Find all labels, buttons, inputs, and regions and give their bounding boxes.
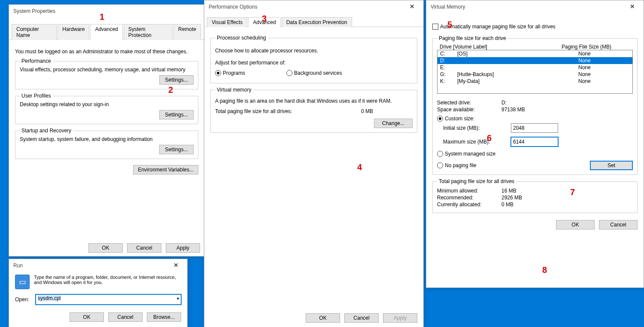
size-header: Paging File Size (MB) <box>562 44 630 50</box>
sysprop-titlebar[interactable]: System Properties <box>9 5 204 18</box>
vm-total-value: 0 MB <box>361 108 413 114</box>
drive-row[interactable]: K:[My-Data]None <box>437 78 632 85</box>
user-profiles-settings-button[interactable]: Settings... <box>159 110 194 119</box>
vmem-titlebar[interactable]: Virtual Memory ✕ <box>426 0 644 13</box>
performance-options-window: Performance Options ✕ Visual Effects Adv… <box>204 0 424 327</box>
run-window: Run ✕ ▭ Type the name of a program, fold… <box>9 259 188 327</box>
tab-perf-advanced[interactable]: Advanced <box>248 17 280 27</box>
run-browse-button[interactable]: Browse... <box>147 312 181 322</box>
startup-recovery-group: Startup and Recovery System startup, sys… <box>15 128 198 159</box>
vmem-title: Virtual Memory <box>429 4 624 10</box>
startup-recovery-settings-button[interactable]: Settings... <box>159 145 194 154</box>
radio-custom-size[interactable]: Custom size: <box>437 116 474 122</box>
admin-note: You must be logged on as an Administrato… <box>15 49 198 55</box>
drive-row[interactable]: G:[Hutte-Backups]None <box>437 71 632 78</box>
radio-bg-label: Background services <box>294 70 342 76</box>
sysprop-apply-button[interactable]: Apply <box>166 243 200 253</box>
sysprop-cancel-button[interactable]: Cancel <box>127 243 161 253</box>
startup-recovery-legend: Startup and Recovery <box>20 128 73 134</box>
total-paging-group: Total paging file size for all drives Mi… <box>432 178 638 213</box>
performance-settings-button[interactable]: Settings... <box>159 75 194 85</box>
paging-drive-group: Paging file size for each drive Drive [V… <box>432 35 638 175</box>
radio-programs[interactable]: Programs <box>215 70 245 76</box>
close-icon[interactable]: ✕ <box>624 2 641 12</box>
currently-allocated-label: Currently allocated: <box>437 202 501 208</box>
user-profiles-desc: Desktop settings related to your sign-in <box>20 101 194 107</box>
tab-remote[interactable]: Remote <box>173 24 201 40</box>
run-cancel-button[interactable]: Cancel <box>108 312 143 322</box>
user-profiles-group: User Profiles Desktop settings related t… <box>15 93 198 124</box>
currently-allocated-value: 0 MB <box>501 202 513 208</box>
run-desc: Type the name of a program, folder, docu… <box>34 275 181 289</box>
open-combobox[interactable]: sysdm.cpl ▾ <box>36 294 181 305</box>
checkbox-icon <box>432 24 438 30</box>
radio-background-services[interactable]: Background services <box>286 70 342 76</box>
auto-manage-checkbox[interactable]: Automatically manage paging file size fo… <box>432 24 556 30</box>
maximum-size-label: Maximum size (MB): <box>443 139 507 145</box>
drive-row[interactable]: D:None <box>437 57 632 64</box>
radio-no-paging[interactable]: No paging file <box>437 162 583 168</box>
proc-desc: Choose how to allocate processor resourc… <box>215 48 413 54</box>
close-icon[interactable]: ✕ <box>404 2 421 12</box>
sysprop-title: System Properties <box>12 8 202 14</box>
user-profiles-legend: User Profiles <box>20 93 53 99</box>
drive-row[interactable]: C:[OS]None <box>437 50 632 57</box>
maximum-size-input[interactable] <box>511 137 558 147</box>
run-ok-button[interactable]: OK <box>70 312 104 322</box>
processor-scheduling-group: Processor scheduling Choose how to alloc… <box>210 35 417 83</box>
run-titlebar[interactable]: Run ✕ <box>9 259 187 272</box>
initial-size-input[interactable] <box>511 123 558 133</box>
drive-row[interactable]: E:None <box>437 64 632 71</box>
auto-manage-label: Automatically manage paging file size fo… <box>440 24 556 30</box>
performance-group: Performance Visual effects, processor sc… <box>15 58 198 89</box>
vm-total-label: Total paging file size for all drives: <box>215 108 361 114</box>
perfopt-tabs: Visual Effects Advanced Data Execution P… <box>204 17 423 27</box>
set-button[interactable]: Set <box>590 161 633 170</box>
vm-legend: Virtual memory <box>215 87 253 93</box>
tab-dep[interactable]: Data Execution Prevention <box>282 17 352 27</box>
space-available-value: 97138 MB <box>501 107 525 113</box>
no-paging-label: No paging file <box>445 162 476 168</box>
tab-hardware[interactable]: Hardware <box>58 24 89 40</box>
sysprop-tabs: Computer Name Hardware Advanced System P… <box>9 24 204 40</box>
startup-recovery-desc: System startup, system failure, and debu… <box>20 136 194 142</box>
perfopt-title: Performance Options <box>207 4 404 10</box>
vm-change-button[interactable]: Change... <box>374 119 413 128</box>
tab-system-protection[interactable]: System Protection <box>124 24 173 40</box>
perfopt-titlebar[interactable]: Performance Options ✕ <box>204 0 423 13</box>
total-paging-legend: Total paging file size for all drives <box>437 178 516 184</box>
radio-dot-icon <box>437 116 443 122</box>
radio-circle-icon <box>286 70 292 76</box>
perfopt-apply-button[interactable]: Apply <box>383 313 417 323</box>
env-variables-button[interactable]: Environment Variables... <box>133 165 198 174</box>
radio-system-managed[interactable]: System managed size <box>437 151 495 157</box>
chevron-down-icon[interactable]: ▾ <box>177 296 179 301</box>
sysprop-ok-button[interactable]: OK <box>88 243 123 253</box>
radio-circle-icon <box>437 162 443 168</box>
open-value: sysdm.cpl <box>38 295 61 301</box>
run-title: Run <box>12 263 167 269</box>
performance-legend: Performance <box>20 58 53 64</box>
proc-adjust-label: Adjust for best performance of: <box>215 60 413 66</box>
vm-desc: A paging file is an area on the hard dis… <box>215 98 413 104</box>
system-properties-window: System Properties Computer Name Hardware… <box>9 4 205 257</box>
recommended-label: Recommended: <box>437 195 501 201</box>
perfopt-ok-button[interactable]: OK <box>306 313 340 323</box>
vmem-cancel-button[interactable]: Cancel <box>599 220 638 229</box>
proc-legend: Processor scheduling <box>215 35 268 41</box>
perfopt-cancel-button[interactable]: Cancel <box>344 313 379 323</box>
tab-computer-name[interactable]: Computer Name <box>12 24 57 40</box>
tab-visual-effects[interactable]: Visual Effects <box>207 17 247 27</box>
tab-advanced[interactable]: Advanced <box>90 24 122 40</box>
selected-drive-label: Selected drive: <box>437 100 501 106</box>
radio-programs-label: Programs <box>223 70 245 76</box>
open-label: Open: <box>15 296 32 303</box>
radio-dot-icon <box>215 70 221 76</box>
min-allowed-value: 16 MB <box>501 188 516 194</box>
vmem-ok-button[interactable]: OK <box>556 220 595 229</box>
close-icon[interactable]: ✕ <box>167 261 185 270</box>
run-icon: ▭ <box>15 275 30 289</box>
min-allowed-label: Minimum allowed: <box>437 188 501 194</box>
drive-list[interactable]: C:[OS]NoneD:NoneE:NoneG:[Hutte-Backups]N… <box>437 50 633 94</box>
performance-desc: Visual effects, processor scheduling, me… <box>20 67 194 73</box>
